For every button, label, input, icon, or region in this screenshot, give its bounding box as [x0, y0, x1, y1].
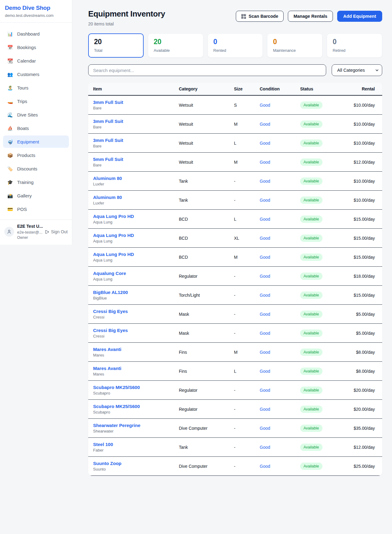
status-cell: Available — [300, 120, 346, 128]
cell-rental: $8.00/day — [346, 369, 375, 374]
cell-rental: $10.00/day — [346, 103, 375, 108]
condition-link[interactable]: Good — [260, 445, 300, 450]
item-link[interactable]: 3mm Full Suit — [93, 138, 179, 143]
cell-size: - — [234, 445, 260, 450]
item-link[interactable]: BigBlue AL1200 — [93, 290, 179, 295]
item-link[interactable]: Aqua Lung Pro HD — [93, 214, 179, 219]
manage-rentals-button[interactable]: Manage Rentals — [288, 11, 333, 22]
sidebar-item-gallery[interactable]: 📸 Gallery — [3, 189, 69, 202]
item-link[interactable]: Aqua Lung Pro HD — [93, 233, 179, 238]
sign-out-button[interactable]: Sign Out — [44, 229, 68, 234]
condition-link[interactable]: Good — [260, 141, 300, 146]
stat-value: 0 — [333, 38, 376, 46]
item-link[interactable]: 3mm Full Suit — [93, 119, 179, 124]
item-cell: Shearwater Peregrine Shearwater — [93, 423, 179, 433]
stat-card-rented[interactable]: 0 Rented — [208, 33, 263, 58]
sidebar-item-products[interactable]: 📦 Products — [3, 149, 69, 161]
dashboard-icon: 📊 — [7, 32, 13, 36]
sidebar-item-bookings[interactable]: 📅 Bookings — [3, 41, 69, 53]
item-link[interactable]: Mares Avanti — [93, 366, 179, 371]
item-link[interactable]: Aluminum 80 — [93, 176, 179, 181]
condition-link[interactable]: Good — [260, 388, 300, 393]
item-brand: Luxfer — [93, 201, 179, 205]
sidebar-item-dive-sites[interactable]: 🌊 Dive Sites — [3, 109, 69, 121]
stat-value: 0 — [213, 38, 257, 46]
status-badge: Available — [300, 425, 322, 432]
table-row: Scubapro MK25/S600 Scubapro Regulator - … — [88, 381, 382, 400]
table-row: Cressi Big Eyes Cressi Mask - Good Avail… — [88, 305, 382, 324]
status-badge: Available — [300, 311, 322, 318]
condition-link[interactable]: Good — [260, 122, 300, 127]
category-select[interactable]: All Categories — [332, 64, 382, 76]
condition-link[interactable]: Good — [260, 236, 300, 241]
item-brand: Aqua Lung — [93, 277, 179, 281]
sidebar-item-tours[interactable]: 🏝️ Tours — [3, 82, 69, 94]
item-link[interactable]: Cressi Big Eyes — [93, 328, 179, 333]
item-brand: Bare — [93, 125, 179, 129]
stat-card-retired[interactable]: 0 Retired — [327, 33, 382, 58]
condition-link[interactable]: Good — [260, 407, 300, 412]
condition-link[interactable]: Good — [260, 426, 300, 431]
cell-category: BCD — [179, 236, 234, 241]
item-link[interactable]: 3mm Full Suit — [93, 100, 179, 105]
sidebar-item-dashboard[interactable]: 📊 Dashboard — [3, 28, 69, 40]
status-cell: Available — [300, 444, 346, 451]
item-link[interactable]: 5mm Full Suit — [93, 157, 179, 162]
condition-link[interactable]: Good — [260, 179, 300, 184]
item-brand: Bare — [93, 163, 179, 167]
stat-card-maintenance[interactable]: 0 Maintenance — [267, 33, 322, 58]
sidebar-item-discounts[interactable]: 🏷️ Discounts — [3, 162, 69, 175]
cell-size: - — [234, 331, 260, 336]
item-link[interactable]: Shearwater Peregrine — [93, 423, 179, 428]
cell-category: Mask — [179, 312, 234, 317]
cell-rental: $10.00/day — [346, 179, 375, 184]
item-brand: Mares — [93, 372, 179, 376]
condition-link[interactable]: Good — [260, 160, 300, 165]
stat-card-available[interactable]: 20 Available — [148, 33, 203, 58]
sidebar-item-pos[interactable]: 💳 POS — [3, 203, 69, 215]
item-link[interactable]: Aqualung Core — [93, 271, 179, 276]
condition-link[interactable]: Good — [260, 293, 300, 298]
item-link[interactable]: Mares Avanti — [93, 347, 179, 352]
status-badge: Available — [300, 120, 322, 128]
cell-size: - — [234, 388, 260, 393]
condition-link[interactable]: Good — [260, 331, 300, 336]
condition-link[interactable]: Good — [260, 274, 300, 279]
condition-link[interactable]: Good — [260, 464, 300, 469]
status-badge: Available — [300, 387, 322, 394]
item-link[interactable]: Steel 100 — [93, 442, 179, 447]
item-link[interactable]: Aluminum 80 — [93, 195, 179, 200]
cell-category: Dive Computer — [179, 464, 234, 469]
status-cell: Available — [300, 292, 346, 299]
sidebar-item-label: Boats — [17, 126, 29, 131]
add-equipment-button[interactable]: Add Equipment — [337, 11, 382, 22]
item-link[interactable]: Scubapro MK25/S600 — [93, 404, 179, 409]
condition-link[interactable]: Good — [260, 198, 300, 203]
scan-barcode-button[interactable]: Scan Barcode — [236, 11, 284, 22]
condition-link[interactable]: Good — [260, 350, 300, 355]
item-cell: Mares Avanti Mares — [93, 347, 179, 357]
condition-link[interactable]: Good — [260, 369, 300, 374]
condition-link[interactable]: Good — [260, 255, 300, 260]
item-link[interactable]: Aqua Lung Pro HD — [93, 252, 179, 257]
main-content: Equipment Inventory 20 items total — [72, 0, 392, 476]
item-cell: Mares Avanti Mares — [93, 366, 179, 376]
condition-link[interactable]: Good — [260, 217, 300, 222]
item-link[interactable]: Cressi Big Eyes — [93, 309, 179, 314]
sidebar-item-equipment[interactable]: 🤿 Equipment — [3, 135, 69, 148]
item-link[interactable]: Scubapro MK25/S600 — [93, 385, 179, 390]
stat-card-total[interactable]: 20 Total — [88, 33, 144, 58]
status-badge: Available — [300, 463, 322, 470]
sidebar-item-boats[interactable]: ⛵ Boats — [3, 122, 69, 134]
condition-link[interactable]: Good — [260, 103, 300, 108]
sidebar-item-training[interactable]: 🎓 Training — [3, 176, 69, 188]
sidebar-item-label: Equipment — [17, 139, 39, 144]
item-link[interactable]: Suunto Zoop — [93, 461, 179, 466]
condition-link[interactable]: Good — [260, 312, 300, 317]
sidebar-item-trips[interactable]: 🚤 Trips — [3, 95, 69, 107]
search-input[interactable] — [88, 64, 326, 76]
cell-category: Dive Computer — [179, 426, 234, 431]
item-cell: Scubapro MK25/S600 Scubapro — [93, 385, 179, 395]
sidebar-item-calendar[interactable]: 📆 Calendar — [3, 55, 69, 67]
sidebar-item-customers[interactable]: 👥 Customers — [3, 68, 69, 80]
